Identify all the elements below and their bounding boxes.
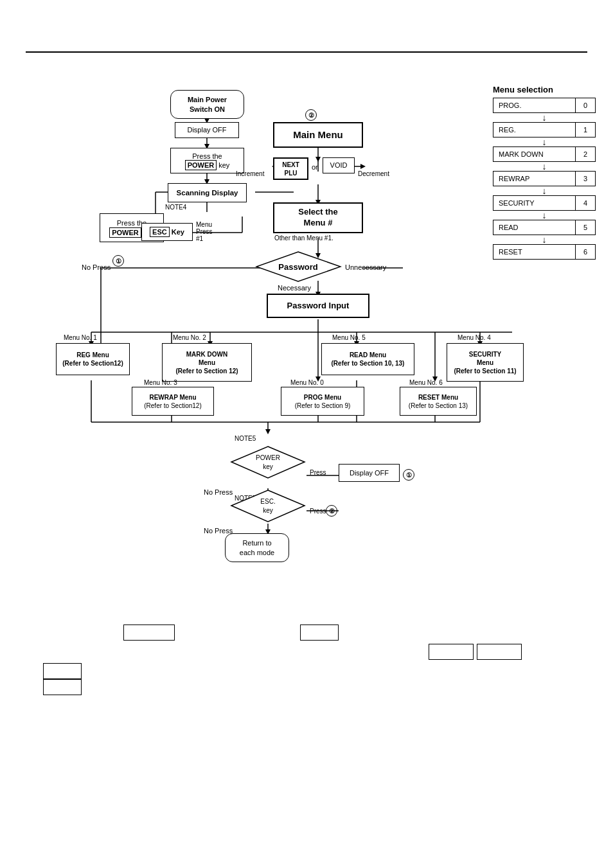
no-press-label: No Press [82,263,111,271]
note4-label: NOTE4 [165,204,186,211]
menu-no0-label: Menu No. 0 [290,379,324,386]
menu-row-label: REWRAP [493,172,576,186]
next-plu-box: NEXTPLU [273,157,308,180]
menu-down-arrow: ↓ [493,137,596,146]
circle-1-left: ① [112,255,124,267]
reset-menu-box: RESET Menu(Refer to Section 13) [400,387,477,416]
menu-no5-label: Menu No. 5 [332,334,366,341]
svg-marker-63 [360,164,366,169]
menu-no2-label: Menu No. 2 [173,334,206,341]
or-label: or [312,163,318,171]
menu-down-arrow: ↓ [493,186,596,195]
svg-text:ESC.: ESC. [260,498,275,505]
menu-row: RESET6 [493,244,596,260]
esc-key-box: ESC Key [141,223,193,241]
svg-marker-66 [231,447,305,478]
svg-marker-40 [265,429,271,434]
menu-row-num: 6 [576,245,595,259]
menu-selection: Menu selection PROG.0↓REG.1↓MARK DOWN2↓R… [493,85,596,260]
main-power-box: Main Power Switch ON [170,90,244,119]
legend-box-3 [429,644,474,660]
no-press-2-label: No Press [204,488,233,496]
svg-text:key: key [263,507,273,514]
main-menu-box: Main Menu [273,122,363,148]
select-menu-box: Select theMenu # [273,202,363,233]
menu-row-label: SECURITY [493,196,576,210]
menu-row-label: READ [493,220,576,235]
circle-1-bottom: ① [403,469,414,481]
esc-key-diamond: ESC. key [229,488,306,524]
menu-no1-label: Menu No. 1 [64,334,97,341]
reg-menu-box: REG Menu(Refer to Section12) [56,343,130,375]
decrement-label: Decrement [358,170,389,177]
password-input-box: Password Input [267,294,369,318]
menu-row-num: 3 [576,172,595,186]
note5-1-label: NOTE5 [235,435,256,442]
legend-area [17,605,596,734]
svg-marker-9 [315,157,321,162]
menu-row-num: 0 [576,98,595,112]
page-container: ① Main Power Switch ON Display OFF Press… [0,0,613,868]
menu-row: SECURITY4 [493,195,596,211]
menu-selection-table: PROG.0↓REG.1↓MARK DOWN2↓REWRAP3↓SECURITY… [493,98,596,260]
security-menu-box: SECURITYMenu(Refer to Section 11) [447,343,524,382]
menu-down-arrow: ↓ [493,113,596,122]
menu-row-num: 1 [576,123,595,137]
menu-down-arrow: ↓ [493,211,596,220]
top-divider [26,51,587,53]
menu-row-num: 5 [576,220,595,235]
display-off-bottom-box: Display OFF [339,464,400,482]
circle-2-esc: ② [326,505,337,517]
void-box: VOID [323,157,355,173]
menu-row: READ5 [493,220,596,235]
menu-selection-title: Menu selection [493,85,596,94]
menu-row-num: 4 [576,196,595,210]
unnecessary-label: Unnecessary [345,263,386,271]
menu-row-label: PROG. [493,98,576,112]
menu-row: REG.1 [493,122,596,137]
legend-box-1 [123,624,175,641]
menu-row-label: REG. [493,123,576,137]
legend-box-5 [43,663,82,679]
display-off-top-box: Display OFF [175,122,239,138]
svg-text:POWER: POWER [256,454,280,461]
rewrap-menu-box: REWRAP Menu(Refer to Section12) [132,387,214,416]
menu-no3-label: Menu No. 3 [144,379,177,386]
menu-down-arrow: ↓ [493,235,596,244]
menu-no6-label: Menu No. 6 [409,379,443,386]
svg-text:key: key [263,463,273,470]
read-menu-box: READ Menu(Refer to Section 10, 13) [321,343,414,375]
press-label-1: Press [310,469,326,476]
menu-down-arrow: ↓ [493,162,596,171]
press-power-top-box: Press thePOWER key [170,148,244,173]
increment-label: Increment [236,170,264,177]
legend-box-2 [300,624,339,641]
markdown-menu-box: MARK DOWNMenu(Refer to Section 12) [162,343,252,382]
scanning-display-box: Scanning Display [168,183,247,202]
legend-box-6 [43,679,82,695]
svg-text:Password: Password [278,262,317,272]
return-mode-box: Return toeach mode [225,533,289,562]
circle-2-top: ② [305,109,317,121]
menu-row-label: RESET [493,245,576,259]
other-than-label: Other than Menu #1. [274,235,333,242]
password-diamond: Password [255,251,342,283]
diagram-area: ① Main Power Switch ON Display OFF Press… [17,66,596,592]
legend-box-4 [477,644,522,660]
menu-row: PROG.0 [493,98,596,113]
menu-row: REWRAP3 [493,171,596,186]
power-key-diamond: POWER key [229,445,306,480]
necessary-label: Necessary [278,284,311,292]
press-label-2: Press [310,508,326,515]
prog-menu-box: PROG Menu(Refer to Section 9) [281,387,364,416]
menu-row-label: MARK DOWN [493,147,576,161]
menu-row-num: 2 [576,147,595,161]
menu-press-label: MenuPress#1 [196,221,213,242]
no-press-3-label: No Press [204,527,233,535]
svg-marker-69 [231,490,305,522]
menu-no4-label: Menu No. 4 [458,334,491,341]
menu-row: MARK DOWN2 [493,146,596,162]
